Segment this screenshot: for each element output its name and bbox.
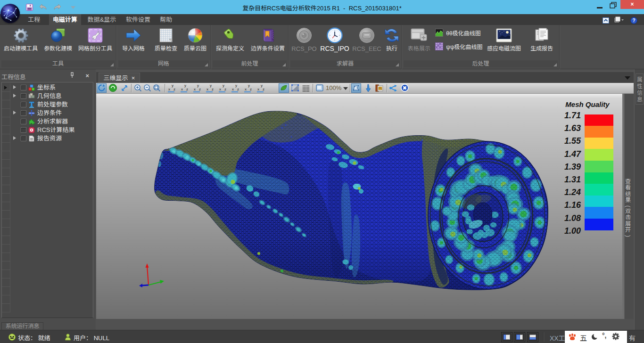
- svg-text:?: ?: [632, 18, 635, 23]
